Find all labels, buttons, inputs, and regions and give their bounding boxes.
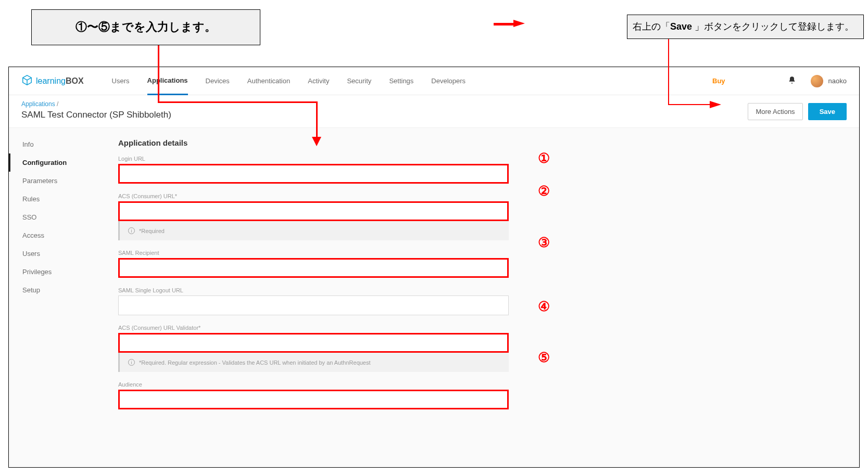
nav-developers[interactable]: Developers xyxy=(431,68,466,94)
brand-prefix: learning xyxy=(36,76,66,85)
brand-logo[interactable]: learningBOX xyxy=(21,74,84,88)
input-audience[interactable] xyxy=(118,390,509,409)
input-saml-recipient[interactable] xyxy=(118,258,509,278)
input-login-url[interactable] xyxy=(118,164,509,184)
arrow-segment xyxy=(158,44,159,102)
top-nav: learningBOX Users Applications Devices A… xyxy=(9,67,859,95)
callout-click-save: 右上の「Save 」ボタンをクリックして登録します。 xyxy=(627,15,864,39)
field-acs-validator: ACS (Consumer) URL Validator* xyxy=(118,325,817,353)
callout-enter-1-to-5: ①〜⑤までを入力します。 xyxy=(31,9,260,45)
field-acs-url: ACS (Consumer) URL* xyxy=(118,193,817,221)
title-bar: Applications / SAML Test Connector (SP S… xyxy=(9,95,859,128)
callout-right-bold: Save xyxy=(670,21,695,32)
brand-suffix: BOX xyxy=(66,76,84,85)
callout-right-prefix: 右上の「 xyxy=(633,21,670,32)
save-button[interactable]: Save xyxy=(808,103,847,120)
field-audience: Audience xyxy=(118,381,817,409)
user-menu[interactable]: naoko xyxy=(811,75,847,87)
sidenav-access[interactable]: Access xyxy=(9,226,113,245)
brand-name: learningBOX xyxy=(36,76,84,86)
arrow-segment xyxy=(668,104,711,105)
breadcrumb-sep: / xyxy=(57,100,58,108)
info-icon: i xyxy=(128,359,135,366)
input-acs-validator[interactable] xyxy=(118,333,509,353)
callout-right-suffix: 」ボタンをクリックして登録します。 xyxy=(695,21,854,32)
page-title: SAML Test Connector (SP Shibboleth) xyxy=(21,110,171,120)
arrow-segment xyxy=(494,23,514,25)
sidenav-configuration[interactable]: Configuration xyxy=(9,153,113,172)
sidenav-rules[interactable]: Rules xyxy=(9,190,113,208)
sidenav-users[interactable]: Users xyxy=(9,245,113,263)
label-saml-recipient: SAML Recipient xyxy=(118,250,817,256)
nav-devices[interactable]: Devices xyxy=(206,68,230,94)
nav-settings[interactable]: Settings xyxy=(389,68,413,94)
avatar-icon xyxy=(811,75,823,87)
label-audience: Audience xyxy=(118,381,817,388)
arrow-head-down xyxy=(312,137,321,146)
sidenav-sso[interactable]: SSO xyxy=(9,208,113,226)
label-slo-url: SAML Single Logout URL xyxy=(118,287,817,293)
hint-acs-text: *Required xyxy=(139,228,165,234)
nav-authentication[interactable]: Authentication xyxy=(247,68,290,94)
username: naoko xyxy=(828,77,847,85)
arrow-head-right xyxy=(710,101,721,108)
nav-items: Users Applications Devices Authenticatio… xyxy=(112,67,466,95)
nav-users[interactable]: Users xyxy=(112,68,130,94)
sidenav-setup[interactable]: Setup xyxy=(9,281,113,299)
hint-acs-validator-text: *Required. Regular expression - Validate… xyxy=(139,359,371,366)
input-slo-url[interactable] xyxy=(118,295,509,315)
side-nav: Info Configuration Parameters Rules SSO … xyxy=(9,128,113,468)
bell-icon[interactable] xyxy=(788,76,796,86)
arrow-segment xyxy=(316,101,318,138)
nav-applications[interactable]: Applications xyxy=(147,67,188,95)
sidenav-privileges[interactable]: Privileges xyxy=(9,263,113,281)
breadcrumb-parent[interactable]: Applications xyxy=(21,100,55,108)
app-frame: learningBOX Users Applications Devices A… xyxy=(8,67,860,468)
hint-acs-validator: i *Required. Regular expression - Valida… xyxy=(118,353,509,372)
info-icon: i xyxy=(128,227,135,234)
label-acs-validator: ACS (Consumer) URL Validator* xyxy=(118,325,817,331)
num-badge-4: ④ xyxy=(538,299,550,315)
arrow-segment xyxy=(668,31,669,105)
cube-icon xyxy=(21,74,33,88)
field-slo-url: SAML Single Logout URL xyxy=(118,287,817,315)
sidenav-parameters[interactable]: Parameters xyxy=(9,172,113,190)
field-login-url: Login URL xyxy=(118,156,817,184)
buy-link[interactable]: Buy xyxy=(712,77,725,85)
label-acs-url: ACS (Consumer) URL* xyxy=(118,193,817,199)
nav-security[interactable]: Security xyxy=(347,68,371,94)
more-actions-button[interactable]: More Actions xyxy=(748,103,802,120)
num-badge-5: ⑤ xyxy=(538,350,550,366)
num-badge-2: ② xyxy=(538,183,550,199)
hint-acs-url: i *Required xyxy=(118,221,509,240)
breadcrumb: Applications / xyxy=(21,100,171,108)
label-login-url: Login URL xyxy=(118,156,817,162)
callout-left-text: ①〜⑤までを入力します。 xyxy=(76,20,216,33)
nav-activity[interactable]: Activity xyxy=(308,68,329,94)
num-badge-1: ① xyxy=(538,150,550,166)
sidenav-info[interactable]: Info xyxy=(9,135,113,153)
section-heading: Application details xyxy=(118,138,817,147)
field-saml-recipient: SAML Recipient xyxy=(118,250,817,278)
num-badge-3: ③ xyxy=(538,235,550,251)
input-acs-url[interactable] xyxy=(118,201,509,221)
arrow-segment xyxy=(158,101,318,103)
content: Application details Login URL ACS (Consu… xyxy=(113,128,859,468)
arrow-head-right xyxy=(513,20,525,27)
